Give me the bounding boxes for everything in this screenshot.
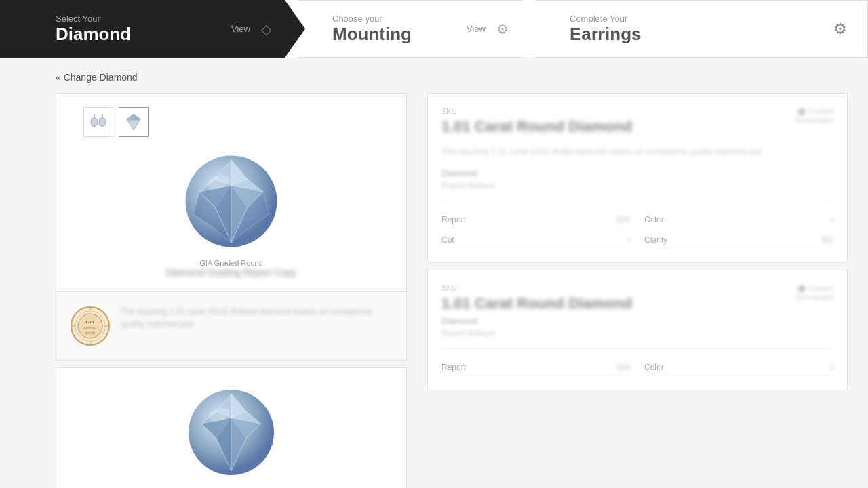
step-1[interactable]: Select Your Diamond View ◇ [0,0,305,58]
left-panel: GIA Graded Round Diamond Grading Report … [0,93,407,488]
spec-report-label-2: Report [441,363,466,372]
spec-color-label-1: Color [644,215,664,224]
spec-color-1: Color J [644,211,833,228]
detail-specs-2: Report GIA Color J [441,359,833,376]
detail-section-label-2: Diamond: [441,316,833,326]
diamond-detail-card-1: SKU 1.01 Carat Round Diamond ⬤ Contact G… [427,93,848,263]
step2-view-link[interactable]: View [467,24,486,34]
detail-title-2: 1.01 Carat Round Diamond [441,295,632,312]
detail-title-1: 1.01 Carat Round Diamond [441,118,632,136]
mounting-step-icon: ⚙ [496,21,509,37]
detail-section-label-1: Diamond: [441,168,833,178]
main-content: GIA Graded Round Diamond Grading Report … [0,93,868,488]
step2-small: Choose your [332,14,456,24]
detail-divider-1 [441,201,833,201]
diamond-image-1 [180,150,282,252]
diamond-card-1: GIA Graded Round Diamond Grading Report … [56,93,407,361]
svg-text:GRADING: GRADING [84,327,97,330]
diamond-detail-card-2: SKU 1.01 Carat Round Diamond ⬤ Contact G… [427,270,848,390]
diamond-image-2 [180,382,282,483]
spec-report-1: Report GIA [441,211,631,228]
progress-bar: Select Your Diamond View ◇ Choose your M… [0,0,868,58]
svg-text:GIA: GIA [85,319,94,325]
detail-section-value-2: Round Brilliant [441,329,833,338]
svg-point-0 [91,117,98,127]
spec-cut-label-1: Cut [441,235,454,245]
step-2[interactable]: Choose your Mounting View ⚙ [298,0,542,58]
thumbnail-pair[interactable] [83,107,113,137]
step3-small: Complete Your [570,14,823,24]
detail-price-sub-1: Gemologist [795,116,833,124]
spec-clarity-1: Clarity SI1 [644,232,833,249]
spec-color-label-2: Color [644,363,664,372]
detail-sku-2: SKU [441,284,632,292]
gia-card: GIA GRADING REPORT The dazzling 1.01 car… [56,291,406,360]
spec-clarity-value-1: SI1 [821,235,833,245]
step-3: Complete Your Earrings ⚙ [536,0,868,58]
spec-cut-value-1: I [629,235,631,245]
spec-report-label-1: Report [441,215,466,224]
diamond-step-icon: ◇ [261,21,271,37]
step1-small: Select Your [56,14,220,24]
spec-color-value-1: J [829,215,833,224]
step1-view-link[interactable]: View [231,24,250,34]
svg-text:REPORT: REPORT [85,331,96,335]
detail-divider-2 [441,348,833,349]
step3-title: Earrings [570,24,642,44]
spec-report-value-1: GIA [616,215,631,224]
thumbnails [83,107,149,137]
svg-point-1 [99,117,106,127]
gia-seal-icon: GIA GRADING REPORT [70,306,111,346]
step2-title: Mounting [332,24,412,44]
gia-description: The dazzling 1.01 carat SI1/G Brilliant … [121,306,393,330]
earring-step-icon: ⚙ [833,20,847,38]
diamond-card-2 [56,367,407,488]
detail-price-label-1: ⬤ Contact [795,107,833,116]
right-panel: SKU 1.01 Carat Round Diamond ⬤ Contact G… [407,93,868,488]
detail-section-value-1: Round Brilliant [441,181,833,190]
detail-specs-1: Report GIA Color J Cut I Clarity SI1 [441,211,833,249]
detail-price-label-2: ⬤ Contact [795,284,833,293]
detail-sku-1: SKU [441,107,632,115]
spec-color-2: Color J [644,359,833,376]
spec-cut-1: Cut I [441,232,631,249]
spec-report-2: Report GIA [441,359,631,376]
diamond-label-small: GIA Graded Round [199,259,263,267]
detail-desc-1: This dazzling 1.01 carat SI1/G Brillia d… [441,146,833,158]
change-diamond-link[interactable]: Change Diamond [0,58,868,93]
step1-title: Diamond [56,24,131,44]
thumbnail-single[interactable] [119,107,149,137]
spec-clarity-label-1: Clarity [644,235,667,245]
diamond-label-main: Diamond Grading Report Copy [166,267,296,278]
spec-color-value-2: J [829,363,833,372]
spec-report-value-2: GIA [616,363,631,372]
detail-price-sub-2: Gemologist [795,293,833,301]
